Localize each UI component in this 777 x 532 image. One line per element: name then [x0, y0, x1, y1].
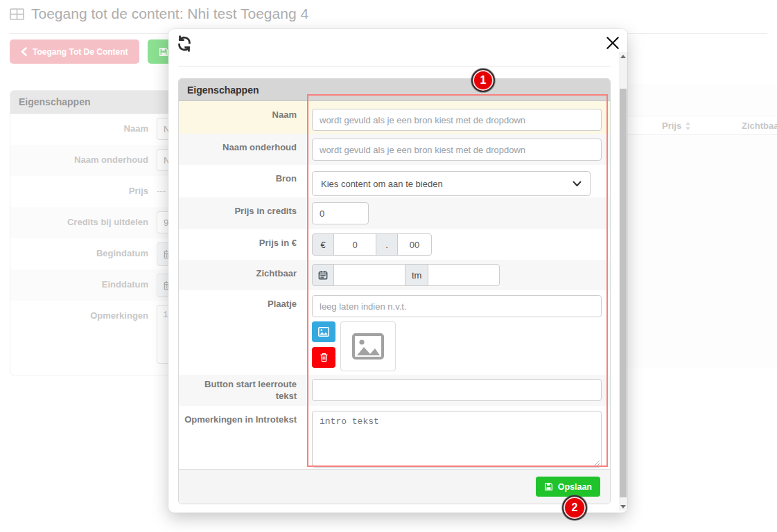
- panel-heading: Eigenschappen: [179, 79, 610, 101]
- scrollbar-thumb[interactable]: [620, 89, 627, 497]
- image-icon: [318, 327, 329, 337]
- annotation-badge-2: 2: [562, 495, 587, 520]
- row-plaatje: Plaatje: [179, 290, 610, 375]
- zichtbaar-from-input[interactable]: [333, 264, 405, 286]
- naam-onderhoud-input[interactable]: [312, 139, 602, 161]
- row-introtekst: Opmerkingen in Introtekst intro tekst: [179, 406, 610, 470]
- bron-select[interactable]: Kies content om aan te bieden: [312, 171, 591, 196]
- decimal-separator-addon: .: [376, 233, 398, 256]
- choose-image-button[interactable]: [312, 321, 335, 342]
- scroll-up-arrow[interactable]: [619, 52, 627, 60]
- modal-save-button[interactable]: Opslaan: [536, 477, 600, 497]
- row-zichtbaar: Zichtbaar tm: [179, 260, 610, 290]
- euro-input[interactable]: [333, 233, 376, 256]
- modal-header-divider: [178, 66, 611, 66]
- tm-addon: tm: [405, 264, 428, 286]
- modal-footer: Opslaan: [179, 469, 610, 504]
- image-placeholder: [340, 321, 396, 371]
- cent-input[interactable]: [397, 233, 432, 256]
- zichtbaar-to-input[interactable]: [428, 264, 500, 286]
- button-tekst-input[interactable]: [312, 379, 602, 401]
- delete-image-button[interactable]: [312, 347, 335, 368]
- annotation-badge-1: 1: [471, 69, 495, 92]
- euro-input-group: € .: [312, 233, 603, 256]
- introtekst-textarea[interactable]: intro tekst: [312, 411, 602, 468]
- row-naam: Naam: [179, 101, 610, 134]
- modal-scrollbar[interactable]: [619, 52, 627, 511]
- row-prijs-euro: Prijs in € € .: [179, 229, 610, 260]
- zichtbaar-input-group: tm: [312, 264, 603, 286]
- row-naam-onderhoud: Naam onderhoud: [179, 134, 610, 165]
- row-button-tekst: Button start leerroute tekst: [179, 375, 610, 406]
- plaatje-media: [312, 321, 603, 371]
- currency-addon: €: [312, 233, 334, 256]
- calendar-icon[interactable]: [312, 264, 334, 286]
- naam-input[interactable]: [312, 109, 602, 131]
- scroll-down-arrow[interactable]: [619, 502, 627, 511]
- close-icon[interactable]: [605, 35, 620, 51]
- plaatje-input[interactable]: [312, 295, 602, 317]
- refresh-icon[interactable]: [176, 35, 193, 52]
- edit-content-modal: Eigenschappen Naam Naam onderhoud Bron K…: [168, 29, 627, 513]
- row-prijs-credits: Prijs in credits: [179, 197, 610, 229]
- chevron-down-icon: [573, 181, 582, 187]
- trash-icon: [320, 353, 329, 362]
- prijs-credits-input[interactable]: [312, 202, 369, 224]
- modal-properties-panel: Eigenschappen Naam Naam onderhoud Bron K…: [178, 78, 611, 504]
- row-bron: Bron Kies content om aan te bieden: [179, 165, 610, 197]
- image-placeholder-icon: [352, 332, 384, 360]
- save-icon: [544, 482, 553, 491]
